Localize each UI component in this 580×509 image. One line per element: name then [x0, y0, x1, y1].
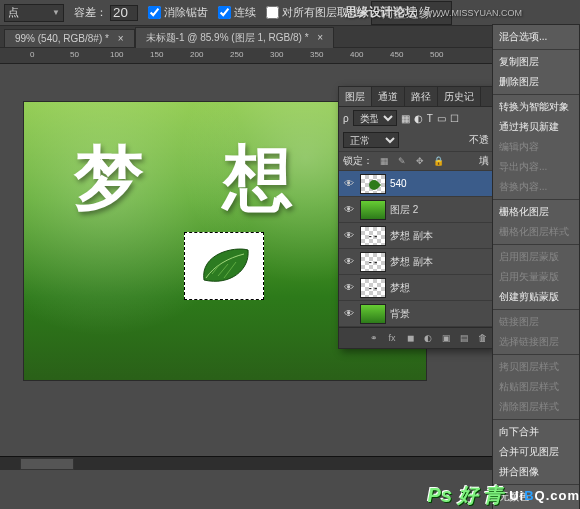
search-icon: ρ	[343, 113, 349, 124]
filter-type-select[interactable]: 类型	[353, 110, 397, 126]
layer-row[interactable]: 👁背景	[339, 301, 493, 327]
menu-item: 选择链接图层	[493, 332, 579, 352]
menu-item: 粘贴图层样式	[493, 377, 579, 397]
layer-name: 540	[390, 178, 490, 189]
menu-item[interactable]: 通过拷贝新建	[493, 117, 579, 137]
layer-name: 梦想 副本	[390, 255, 490, 269]
link-layers-icon[interactable]: ⚭	[367, 331, 381, 345]
layer-name: 背景	[390, 307, 490, 321]
horizontal-scrollbar[interactable]	[0, 456, 496, 470]
layer-mask-icon[interactable]: ◼	[403, 331, 417, 345]
menu-item[interactable]: 拼合图像	[493, 462, 579, 482]
visibility-icon[interactable]: 👁	[342, 230, 356, 241]
anti-alias-box[interactable]	[148, 6, 161, 19]
watermark-top: 思缘设计论坛 WWW.MISSYUAN.COM	[345, 4, 522, 21]
layer-thumbnail[interactable]	[360, 278, 386, 298]
menu-item: 导出内容...	[493, 157, 579, 177]
visibility-icon[interactable]: 👁	[342, 204, 356, 215]
menu-item: 链接图层	[493, 312, 579, 332]
filter-adjust-icon[interactable]: ◐	[414, 113, 423, 124]
layer-name: 梦想 副本	[390, 229, 490, 243]
layer-thumbnail[interactable]	[360, 200, 386, 220]
lock-label: 锁定：	[343, 154, 373, 168]
layer-row[interactable]: 👁梦想 副本	[339, 249, 493, 275]
panel-footer: ⚭ fx ◼ ◐ ▣ ▤ 🗑	[339, 327, 493, 348]
blend-mode-select[interactable]: 正常	[343, 132, 399, 148]
menu-separator	[493, 94, 579, 95]
layer-thumbnail[interactable]	[360, 252, 386, 272]
menu-item: 拷贝图层样式	[493, 357, 579, 377]
layer-name: 梦想	[390, 281, 490, 295]
document-tab-1[interactable]: 99% (540, RGB/8#) * ×	[4, 29, 135, 47]
chevron-down-icon: ▼	[52, 8, 60, 17]
menu-separator	[493, 309, 579, 310]
trash-icon[interactable]: 🗑	[475, 331, 489, 345]
new-group-icon[interactable]: ▣	[439, 331, 453, 345]
menu-separator	[493, 49, 579, 50]
watermark-bottom: Ps 好 青 UiBQ.com	[428, 482, 580, 509]
layer-list: 👁540👁图层 2👁梦想 副本👁梦想 副本👁梦想👁背景	[339, 171, 493, 327]
tab-channels[interactable]: 通道	[372, 87, 405, 106]
visibility-icon[interactable]: 👁	[342, 256, 356, 267]
layer-context-menu: 混合选项...复制图层删除图层转换为智能对象通过拷贝新建编辑内容导出内容...替…	[492, 24, 580, 509]
menu-separator	[493, 199, 579, 200]
menu-item: 栅格化图层样式	[493, 222, 579, 242]
contiguous-box[interactable]	[218, 6, 231, 19]
visibility-icon[interactable]: 👁	[342, 282, 356, 293]
menu-separator	[493, 244, 579, 245]
anti-alias-checkbox[interactable]: 消除锯齿	[148, 5, 208, 20]
menu-item[interactable]: 删除图层	[493, 72, 579, 92]
menu-item[interactable]: 混合选项...	[493, 27, 579, 47]
menu-item: 启用矢量蒙版	[493, 267, 579, 287]
contiguous-checkbox[interactable]: 连续	[218, 5, 256, 20]
mode-dropdown[interactable]: 点 ▼	[4, 4, 64, 22]
menu-item[interactable]: 复制图层	[493, 52, 579, 72]
all-layers-box[interactable]	[266, 6, 279, 19]
menu-item[interactable]: 合并可见图层	[493, 442, 579, 462]
menu-item: 清除图层样式	[493, 397, 579, 417]
layer-row[interactable]: 👁图层 2	[339, 197, 493, 223]
lock-transparent-icon[interactable]: ▦	[377, 154, 391, 168]
menu-item: 启用图层蒙版	[493, 247, 579, 267]
menu-item[interactable]: 向下合并	[493, 422, 579, 442]
scrollbar-thumb[interactable]	[20, 458, 74, 470]
layer-fx-icon[interactable]: fx	[385, 331, 399, 345]
layer-row[interactable]: 👁梦想	[339, 275, 493, 301]
tab-history[interactable]: 历史记	[438, 87, 481, 106]
lock-move-icon[interactable]: ✥	[413, 154, 427, 168]
layer-thumbnail[interactable]	[360, 304, 386, 324]
close-icon[interactable]: ×	[317, 32, 323, 43]
tolerance-input[interactable]	[110, 5, 138, 21]
close-icon[interactable]: ×	[118, 33, 124, 44]
filter-pixel-icon[interactable]: ▦	[401, 113, 410, 124]
menu-item[interactable]: 转换为智能对象	[493, 97, 579, 117]
layer-thumbnail[interactable]	[360, 226, 386, 246]
leaf-icon	[194, 242, 254, 290]
menu-item: 编辑内容	[493, 137, 579, 157]
menu-separator	[493, 419, 579, 420]
filter-smart-icon[interactable]: ☐	[450, 113, 459, 124]
document-tab-2[interactable]: 未标题-1 @ 85.9% (图层 1, RGB/8) * ×	[135, 27, 335, 48]
layer-thumbnail[interactable]	[360, 174, 386, 194]
tab-layers[interactable]: 图层	[339, 87, 372, 106]
tab-paths[interactable]: 路径	[405, 87, 438, 106]
menu-item[interactable]: 创建剪贴蒙版	[493, 287, 579, 307]
visibility-icon[interactable]: 👁	[342, 308, 356, 319]
filter-shape-icon[interactable]: ▭	[437, 113, 446, 124]
layer-row[interactable]: 👁540	[339, 171, 493, 197]
menu-item[interactable]: 栅格化图层	[493, 202, 579, 222]
visibility-icon[interactable]: 👁	[342, 178, 356, 189]
lock-brush-icon[interactable]: ✎	[395, 154, 409, 168]
new-layer-icon[interactable]: ▤	[457, 331, 471, 345]
layer-row[interactable]: 👁梦想 副本	[339, 223, 493, 249]
new-adjustment-icon[interactable]: ◐	[421, 331, 435, 345]
filter-text-icon[interactable]: T	[427, 113, 433, 124]
fill-label: 填	[479, 154, 489, 168]
layers-panel: 图层 通道 路径 历史记 ρ 类型 ▦ ◐ T ▭ ☐ 正常 不透 锁定： ▦ …	[338, 86, 494, 349]
tolerance-label: 容差：	[74, 5, 107, 20]
opacity-label: 不透	[469, 133, 489, 147]
selection-marquee[interactable]	[184, 232, 264, 300]
menu-separator	[493, 354, 579, 355]
lock-all-icon[interactable]: 🔒	[431, 154, 445, 168]
panel-tabs: 图层 通道 路径 历史记	[339, 87, 493, 107]
